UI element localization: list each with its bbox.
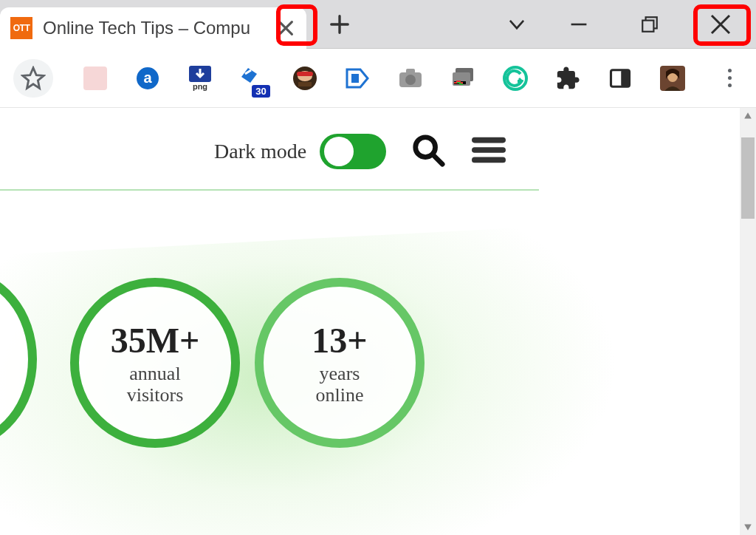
svg-rect-1 xyxy=(642,21,653,32)
chrome-menu-button[interactable] xyxy=(716,64,743,93)
bookmark-star-button[interactable] xyxy=(13,59,53,98)
toggle-knob xyxy=(324,137,354,166)
extension-camera-icon[interactable] xyxy=(394,61,426,96)
stat-label: annualvisitors xyxy=(127,364,184,406)
svg-point-14 xyxy=(405,75,416,85)
side-panel-icon[interactable] xyxy=(605,61,636,96)
extension-calendar-icon[interactable]: 30 xyxy=(236,61,268,96)
svg-rect-20 xyxy=(622,69,630,86)
svg-rect-11 xyxy=(351,74,359,83)
svg-rect-13 xyxy=(406,69,415,74)
svg-rect-10 xyxy=(298,82,312,86)
maximize-button[interactable] xyxy=(614,0,685,49)
section-divider xyxy=(0,189,539,191)
stat-circle: 35M+ annualvisitors xyxy=(70,278,240,448)
extensions-puzzle-icon[interactable] xyxy=(552,61,584,96)
tab-search-button[interactable] xyxy=(490,15,543,34)
minimize-button[interactable] xyxy=(543,0,614,49)
site-menu-button[interactable] xyxy=(472,133,506,170)
stat-circle: 13+ yearsonline xyxy=(255,278,425,448)
extension-tag-icon[interactable] xyxy=(342,61,374,96)
svg-rect-9 xyxy=(297,72,313,76)
stat-value: 13+ xyxy=(312,320,367,361)
extension-generic-icon[interactable] xyxy=(79,61,111,96)
tab-favicon: OTT xyxy=(10,17,32,39)
dark-mode-toggle[interactable] xyxy=(320,134,386,169)
extension-png-downloader-icon[interactable]: png xyxy=(184,61,216,96)
close-window-button[interactable] xyxy=(685,0,756,49)
tab-title: Online Tech Tips – Compu xyxy=(43,18,250,38)
extension-avatar-icon[interactable] xyxy=(289,61,321,96)
browser-tab[interactable]: OTT Online Tech Tips – Compu xyxy=(0,7,306,49)
extension-badge: 30 xyxy=(252,85,269,98)
site-header-controls: Dark mode xyxy=(214,133,506,170)
extension-multiwindow-icon[interactable] xyxy=(447,61,478,96)
new-tab-button[interactable] xyxy=(324,9,355,40)
scroll-up-arrow-icon[interactable] xyxy=(740,108,756,124)
stat-label: yearsonline xyxy=(316,364,364,406)
svg-text:png: png xyxy=(193,82,207,91)
vertical-scrollbar[interactable] xyxy=(740,108,756,535)
scrollbar-thumb[interactable] xyxy=(741,137,755,219)
extension-amazon-icon[interactable]: a xyxy=(131,61,163,96)
profile-avatar[interactable] xyxy=(657,61,689,96)
stat-value: 35M+ xyxy=(111,320,200,361)
window-controls xyxy=(490,0,756,49)
svg-marker-24 xyxy=(744,524,752,530)
svg-marker-23 xyxy=(744,112,752,118)
svg-rect-2 xyxy=(83,67,107,90)
svg-text:a: a xyxy=(143,69,152,86)
browser-toolbar: a png 30 xyxy=(0,49,756,108)
close-tab-button[interactable] xyxy=(275,18,296,38)
page-content: Dark mode 35M+ annualvisitors 13+ yearso… xyxy=(0,108,756,535)
scroll-down-arrow-icon[interactable] xyxy=(740,519,756,535)
site-search-button[interactable] xyxy=(411,133,445,170)
browser-tab-bar: OTT Online Tech Tips – Compu xyxy=(0,0,756,49)
dark-mode-label: Dark mode xyxy=(214,140,306,163)
extension-grammarly-icon[interactable] xyxy=(499,61,531,96)
